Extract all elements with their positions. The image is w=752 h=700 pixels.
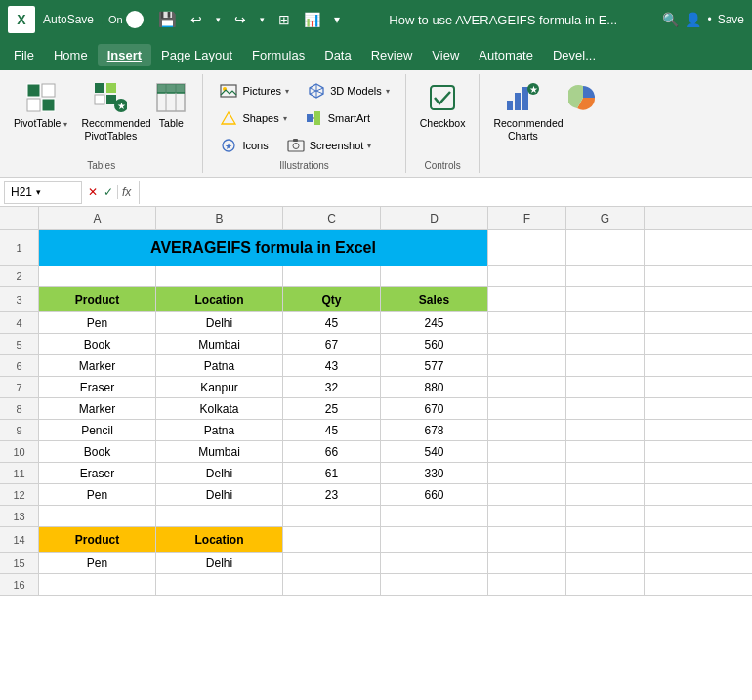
cell-10-b[interactable]: Mumbai — [156, 441, 283, 462]
charts-more-button[interactable] — [560, 76, 606, 119]
cell-2-f[interactable] — [566, 266, 645, 286]
checkbox-button[interactable]: Checkbox — [414, 76, 472, 134]
cell-13-d[interactable] — [381, 506, 488, 526]
cell-15-d[interactable] — [381, 553, 488, 573]
cell-2-e[interactable] — [488, 266, 566, 286]
cell-7-c[interactable]: 32 — [283, 377, 381, 397]
col-header-c[interactable]: C — [283, 207, 381, 229]
screenshot-button[interactable]: Screenshot ▾ — [280, 133, 378, 158]
pictures-button[interactable]: Pictures ▾ — [213, 78, 295, 103]
cell-5-f[interactable] — [566, 334, 645, 354]
cell-ref-dropdown[interactable]: ▾ — [36, 187, 41, 197]
formula-check-icon[interactable]: ✓ — [102, 185, 115, 199]
cell-12-d[interactable]: 660 — [381, 484, 488, 505]
header-product[interactable]: Product — [39, 287, 156, 311]
cell-15-c[interactable] — [283, 553, 381, 573]
header-sales[interactable]: Sales — [381, 287, 488, 311]
cell-9-a[interactable]: Pencil — [39, 420, 156, 440]
cell-6-a[interactable]: Marker — [39, 355, 156, 376]
cell-4-a[interactable]: Pen — [39, 312, 156, 333]
cell-4-f[interactable] — [566, 312, 645, 333]
header-location[interactable]: Location — [156, 287, 283, 311]
menu-review[interactable]: Review — [361, 44, 423, 66]
menu-page-layout[interactable]: Page Layout — [151, 44, 242, 66]
cell-8-d[interactable]: 670 — [381, 398, 488, 419]
formula-x-icon[interactable]: ✕ — [86, 185, 100, 199]
cell-8-c[interactable]: 25 — [283, 398, 381, 419]
cell-4-e[interactable] — [488, 312, 566, 333]
cell-13-e[interactable] — [488, 506, 566, 526]
icons-button[interactable]: ★ Icons — [213, 133, 273, 158]
col-header-f[interactable]: G — [566, 207, 645, 229]
cell-12-f[interactable] — [566, 484, 645, 505]
header-qty[interactable]: Qty — [283, 287, 381, 311]
cell-5-d[interactable]: 560 — [381, 334, 488, 354]
search-icon[interactable]: 🔍 — [662, 12, 679, 27]
col-header-a[interactable]: A — [39, 207, 156, 229]
save-icon[interactable]: 💾 — [154, 9, 181, 30]
menu-data[interactable]: Data — [314, 44, 360, 66]
cell-7-b[interactable]: Kanpur — [156, 377, 283, 397]
user-icon[interactable]: 👤 — [685, 12, 701, 27]
pivot-table-button[interactable]: PivotTable ▾ — [8, 76, 73, 134]
cell-12-c[interactable]: 23 — [283, 484, 381, 505]
undo-icon[interactable]: ↩ — [187, 10, 206, 29]
cell-10-e[interactable] — [488, 441, 566, 462]
col-header-b[interactable]: B — [156, 207, 283, 229]
col-header-d[interactable]: D — [381, 207, 488, 229]
cell-7-f[interactable] — [566, 377, 645, 397]
cell-6-e[interactable] — [488, 355, 566, 376]
cell-10-f[interactable] — [566, 441, 645, 462]
cell-12-e[interactable] — [488, 484, 566, 505]
cell-8-e[interactable] — [488, 398, 566, 419]
menu-automate[interactable]: Automate — [469, 44, 543, 66]
smartart-button[interactable]: SmartArt — [299, 105, 376, 131]
cell-9-d[interactable]: 678 — [381, 420, 488, 440]
cell-13-a[interactable] — [39, 506, 156, 526]
menu-file[interactable]: File — [4, 44, 44, 66]
cell-13-c[interactable] — [283, 506, 381, 526]
more-icon[interactable]: ▾ — [330, 11, 344, 28]
cell-reference-box[interactable]: H21 ▾ — [4, 181, 82, 204]
cell-7-e[interactable] — [488, 377, 566, 397]
table-button[interactable]: Table — [147, 76, 194, 134]
cell-6-d[interactable]: 577 — [381, 355, 488, 376]
grid-icon[interactable]: ⊞ — [274, 10, 294, 29]
cell-8-f[interactable] — [566, 398, 645, 419]
cell-13-b[interactable] — [156, 506, 283, 526]
cell-14-f[interactable] — [566, 527, 645, 552]
cell-15-f[interactable] — [566, 553, 645, 573]
cell-14-c[interactable] — [283, 527, 381, 552]
cell-16-c[interactable] — [283, 574, 381, 595]
save-button-label[interactable]: Save — [718, 13, 744, 26]
col-header-e[interactable]: F — [488, 207, 566, 229]
cell-16-a[interactable] — [39, 574, 156, 595]
cell-14-b[interactable]: Location — [156, 527, 283, 552]
chart-icon[interactable]: 📊 — [300, 10, 324, 29]
cell-12-a[interactable]: Pen — [39, 484, 156, 505]
cell-4-b[interactable]: Delhi — [156, 312, 283, 333]
cell-3-e[interactable] — [488, 287, 566, 311]
cell-7-a[interactable]: Eraser — [39, 377, 156, 397]
cell-4-c[interactable]: 45 — [283, 312, 381, 333]
menu-home[interactable]: Home — [44, 44, 98, 66]
cell-14-e[interactable] — [488, 527, 566, 552]
cell-6-f[interactable] — [566, 355, 645, 376]
cell-11-a[interactable]: Eraser — [39, 463, 156, 483]
cell-8-a[interactable]: Marker — [39, 398, 156, 419]
cell-7-d[interactable]: 880 — [381, 377, 488, 397]
cell-16-d[interactable] — [381, 574, 488, 595]
cell-3-f[interactable] — [566, 287, 645, 311]
cell-12-b[interactable]: Delhi — [156, 484, 283, 505]
cell-9-f[interactable] — [566, 420, 645, 440]
cell-5-a[interactable]: Book — [39, 334, 156, 354]
cell-16-e[interactable] — [488, 574, 566, 595]
cell-9-c[interactable]: 45 — [283, 420, 381, 440]
cell-5-c[interactable]: 67 — [283, 334, 381, 354]
cell-16-f[interactable] — [566, 574, 645, 595]
cell-2-b[interactable] — [156, 266, 283, 286]
cell-15-e[interactable] — [488, 553, 566, 573]
undo-dropdown-icon[interactable]: ▾ — [212, 13, 225, 26]
cell-11-c[interactable]: 61 — [283, 463, 381, 483]
cell-2-d[interactable] — [381, 266, 488, 286]
